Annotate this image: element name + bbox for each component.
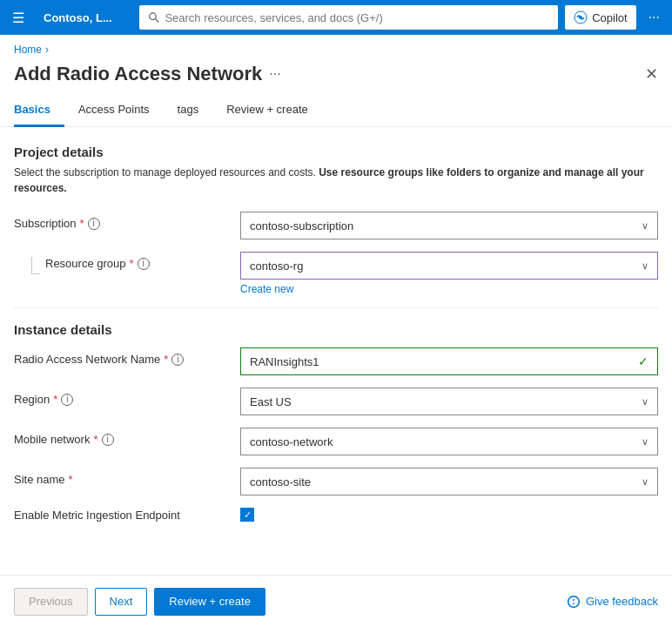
subscription-control: contoso-subscription ∨ [240,212,658,239]
copilot-icon [574,10,588,24]
region-control: East US ∨ [240,388,658,415]
ran-name-check-icon: ✓ [638,354,648,368]
site-name-row: Site name * contoso-site ∨ [14,468,658,496]
give-feedback-label: Give feedback [586,595,658,608]
subscription-chevron-icon: ∨ [642,220,648,232]
resource-group-label: Resource group * i [45,257,150,270]
mobile-network-dropdown[interactable]: contoso-network ∨ [240,428,658,455]
resource-group-dropdown[interactable]: contoso-rg ∨ [240,252,658,280]
enable-metric-row: Enable Metric Ingestion Endpoint ✓ [14,508,658,522]
subscription-info-icon[interactable]: i [88,218,100,230]
ran-name-dropdown[interactable]: RANInsights1 ✓ [240,347,658,375]
site-name-chevron-icon: ∨ [642,476,648,488]
review-create-button[interactable]: Review + create [154,588,265,616]
mobile-network-info-icon[interactable]: i [102,434,114,446]
svg-point-0 [150,13,157,20]
search-bar[interactable] [139,5,558,30]
enable-metric-label: Enable Metric Ingestion Endpoint [14,509,240,522]
region-chevron-icon: ∨ [642,396,648,408]
more-options-icon[interactable]: ··· [643,6,665,29]
enable-metric-checkbox-wrap: ✓ [240,508,254,522]
mobile-network-value: contoso-network [250,435,333,448]
feedback-icon [567,595,581,609]
search-icon [148,11,159,24]
checkbox-check-icon: ✓ [244,509,252,521]
site-name-dropdown[interactable]: contoso-site ∨ [240,468,658,496]
subscription-value: contoso-subscription [250,219,353,233]
resource-group-info-icon[interactable]: i [138,258,150,270]
give-feedback-link[interactable]: Give feedback [567,595,658,609]
ran-name-label: Radio Access Network Name * i [14,347,240,366]
region-row: Region * i East US ∨ [14,388,658,415]
mobile-network-label: Mobile network * i [14,428,240,446]
copilot-label: Copilot [592,11,627,24]
page-header: Add Radio Access Network ··· ✕ [0,59,672,96]
resource-group-row: Resource group * i contoso-rg ∨ Create n… [14,252,658,295]
resource-group-chevron-icon: ∨ [642,260,648,272]
site-name-label: Site name * [14,468,240,486]
subscription-label: Subscription * i [14,212,240,230]
subscription-row: Subscription * i contoso-subscription ∨ [14,212,658,239]
previous-button[interactable]: Previous [14,588,88,616]
next-button[interactable]: Next [95,588,148,616]
breadcrumb: Home › [0,35,672,59]
svg-line-1 [155,19,158,23]
breadcrumb-home[interactable]: Home [14,44,42,56]
region-value: East US [250,395,292,408]
tab-tags[interactable]: tags [164,96,213,127]
ran-name-value: RANInsights1 [250,355,319,368]
tab-access-points[interactable]: Access Points [64,96,164,127]
resource-group-value: contoso-rg [250,260,303,273]
mobile-network-chevron-icon: ∨ [642,436,648,448]
close-button[interactable]: ✕ [645,64,658,84]
tab-review-create[interactable]: Review + create [212,96,322,127]
subscription-dropdown[interactable]: contoso-subscription ∨ [240,212,658,239]
search-input[interactable] [165,11,549,24]
site-name-required: * [69,473,73,486]
enable-metric-checkbox[interactable]: ✓ [240,508,254,522]
page-title: Add Radio Access Network [14,63,262,85]
tab-basics[interactable]: Basics [14,96,64,127]
breadcrumb-separator: › [45,44,49,56]
resource-group-control: contoso-rg ∨ Create new [240,252,658,295]
mobile-network-required: * [93,433,97,446]
copilot-button[interactable]: Copilot [565,5,635,30]
ran-name-row: Radio Access Network Name * i RANInsight… [14,347,658,375]
ran-name-control: RANInsights1 ✓ [240,347,658,375]
region-label: Region * i [14,388,240,406]
ran-name-info-icon[interactable]: i [171,354,184,366]
mobile-network-control: contoso-network ∨ [240,428,658,455]
top-navigation: ☰ Contoso, L... Copilot ··· [0,0,672,35]
instance-details-section: Instance details [14,322,658,337]
region-info-icon[interactable]: i [61,394,73,406]
site-name-control: contoso-site ∨ [240,468,658,496]
project-details-desc: Select the subscription to manage deploy… [14,165,658,196]
hamburger-menu-icon[interactable]: ☰ [7,6,30,30]
svg-point-3 [579,16,582,19]
mobile-network-row: Mobile network * i contoso-network ∨ [14,428,658,455]
section-divider [14,307,658,308]
tab-bar: Basics Access Points tags Review + creat… [0,96,672,127]
region-dropdown[interactable]: East US ∨ [240,388,658,415]
subscription-required: * [80,217,84,230]
tenant-name[interactable]: Contoso, L... [37,11,132,24]
create-new-link[interactable]: Create new [240,283,658,295]
project-details-title: Project details [14,145,658,159]
resource-group-required: * [130,257,134,270]
site-name-value: contoso-site [250,475,311,489]
page-more-options[interactable]: ··· [269,66,280,82]
instance-details-title: Instance details [14,322,658,337]
main-content: Project details Select the subscription … [0,127,672,549]
footer: Previous Next Review + create Give feedb… [0,575,672,627]
ran-name-required: * [164,353,168,366]
region-required: * [53,393,57,406]
